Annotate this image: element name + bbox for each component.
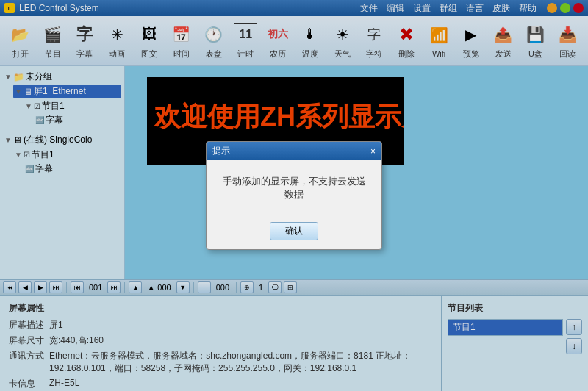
modal-overlay: 提示 × 手动添加的显示屏，不支持云发送数据 确认 <box>0 0 588 391</box>
modal-box: 提示 × 手动添加的显示屏，不支持云发送数据 确认 <box>206 141 382 250</box>
modal-confirm-button[interactable]: 确认 <box>270 222 318 240</box>
modal-body: 手动添加的显示屏，不支持云发送数据 <box>207 160 381 222</box>
modal-message: 手动添加的显示屏，不支持云发送数据 <box>218 175 370 201</box>
modal-close-button[interactable]: × <box>370 146 376 157</box>
modal-title-bar: 提示 × <box>207 142 381 160</box>
app-window: L LED Control System 文件 编辑 设置 群组 语言 皮肤 帮… <box>0 0 588 391</box>
modal-title: 提示 <box>212 145 230 157</box>
modal-footer: 确认 <box>207 222 381 249</box>
